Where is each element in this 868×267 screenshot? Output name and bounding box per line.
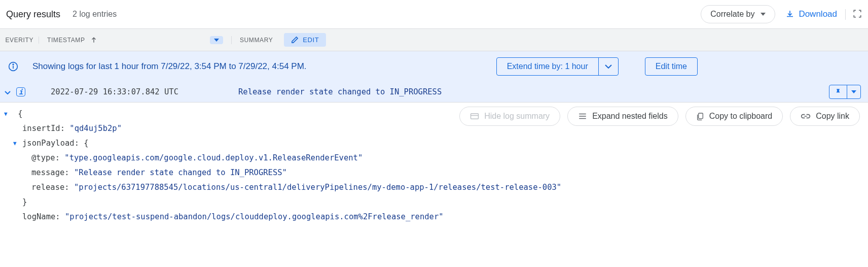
summary-cell: Release render state changed to IN_PROGR… bbox=[238, 87, 824, 96]
tree-toggle[interactable]: ▼ bbox=[4, 107, 13, 121]
chevron-down-icon bbox=[605, 64, 612, 69]
json-key-release[interactable]: release: bbox=[31, 180, 69, 195]
expand-toggle[interactable] bbox=[4, 88, 11, 96]
caret-down-icon bbox=[761, 13, 766, 16]
copy-link-button[interactable]: Copy link bbox=[790, 107, 860, 126]
severity-info-icon: i bbox=[16, 87, 25, 96]
json-val-message[interactable]: "Release render state changed to IN_PROG… bbox=[74, 165, 287, 180]
caret-down-icon bbox=[214, 39, 219, 42]
copy-clipboard-label: Copy to clipboard bbox=[709, 112, 773, 121]
edit-label: EDIT bbox=[303, 36, 319, 44]
json-key-message[interactable]: message: bbox=[31, 165, 69, 180]
caret-down-icon bbox=[851, 90, 856, 93]
info-text: Showing logs for last 1 hour from 7/29/2… bbox=[32, 61, 307, 72]
extend-time-dropdown[interactable] bbox=[599, 58, 618, 75]
edit-time-button[interactable]: Edit time bbox=[645, 57, 698, 76]
hide-summary-label: Hide log summary bbox=[484, 112, 550, 121]
link-icon bbox=[801, 113, 811, 119]
column-summary: SUMMARY EDIT bbox=[232, 33, 334, 47]
download-button[interactable]: Download bbox=[785, 9, 837, 19]
download-label: Download bbox=[799, 9, 837, 19]
json-key-jsonpayload[interactable]: jsonPayload: bbox=[22, 136, 79, 151]
hide-log-summary-button: Hide log summary bbox=[459, 107, 560, 126]
hide-icon bbox=[470, 113, 479, 120]
log-entry-row[interactable]: i 2022-07-29 16:33:07.842 UTC Release re… bbox=[0, 82, 868, 103]
download-icon bbox=[785, 10, 794, 19]
pin-dropdown[interactable] bbox=[847, 85, 860, 98]
info-bar: Showing logs for last 1 hour from 7/29/2… bbox=[0, 51, 868, 82]
json-val-logname[interactable]: "projects/test-suspend-abandon/logs/clou… bbox=[65, 210, 444, 224]
extend-time-button[interactable]: Extend time by: 1 hour bbox=[497, 58, 599, 75]
json-key-type[interactable]: @type: bbox=[31, 151, 60, 165]
json-key-logname[interactable]: logName: bbox=[22, 210, 60, 224]
fullscreen-icon bbox=[853, 9, 862, 18]
timestamp-cell: 2022-07-29 16:33:07.842 UTC bbox=[30, 87, 233, 96]
info-icon bbox=[8, 61, 18, 72]
timestamp-dropdown[interactable] bbox=[210, 36, 223, 44]
correlate-label: Correlate by bbox=[710, 10, 754, 19]
json-key-insertid[interactable]: insertId: bbox=[22, 121, 65, 136]
json-val-release[interactable]: "projects/637197788545/locations/us-cent… bbox=[74, 180, 561, 195]
svg-rect-8 bbox=[698, 113, 703, 119]
tree-toggle[interactable]: ▼ bbox=[13, 136, 22, 151]
page-subtitle: 2 log entries bbox=[73, 10, 117, 19]
chevron-down-icon bbox=[5, 91, 11, 94]
json-close-brace: } bbox=[22, 195, 27, 210]
header-bar: Query results 2 log entries Correlate by… bbox=[0, 0, 868, 29]
columns-header: EVERITY TIMESTAMP SUMMARY EDIT bbox=[0, 29, 868, 51]
page-title: Query results bbox=[6, 9, 60, 20]
summary-label: SUMMARY bbox=[240, 37, 273, 44]
json-val-type[interactable]: "type.googleapis.com/google.cloud.deploy… bbox=[64, 151, 363, 165]
pencil-icon bbox=[291, 36, 299, 44]
pin-button[interactable] bbox=[829, 85, 847, 98]
clipboard-icon bbox=[696, 112, 704, 121]
expand-nested-label: Expand nested fields bbox=[592, 112, 668, 121]
copy-clipboard-button[interactable]: Copy to clipboard bbox=[685, 107, 783, 126]
edit-summary-button[interactable]: EDIT bbox=[284, 33, 326, 47]
expand-nested-button[interactable]: Expand nested fields bbox=[567, 107, 678, 126]
sort-ascending-icon bbox=[90, 37, 97, 44]
column-timestamp[interactable]: TIMESTAMP bbox=[39, 36, 232, 44]
expand-icon bbox=[578, 113, 587, 120]
extend-time-group: Extend time by: 1 hour bbox=[496, 57, 619, 76]
svg-rect-3 bbox=[471, 114, 479, 119]
correlate-by-button[interactable]: Correlate by bbox=[701, 5, 775, 23]
severity-cell: i bbox=[16, 87, 25, 96]
fullscreen-button[interactable] bbox=[845, 9, 862, 20]
pin-icon bbox=[835, 88, 842, 96]
timestamp-label: TIMESTAMP bbox=[47, 37, 85, 44]
json-val-insertid[interactable]: "qd4uj5b2p" bbox=[69, 121, 122, 136]
json-open-brace: { bbox=[13, 107, 23, 121]
json-open-brace: { bbox=[84, 136, 88, 151]
pin-group bbox=[829, 85, 861, 99]
action-bar: Hide log summary Expand nested fields Co… bbox=[459, 107, 860, 126]
log-detail-panel: Hide log summary Expand nested fields Co… bbox=[0, 103, 868, 224]
column-severity[interactable]: EVERITY bbox=[0, 37, 39, 44]
copy-link-label: Copy link bbox=[816, 112, 849, 121]
svg-point-2 bbox=[13, 64, 14, 65]
